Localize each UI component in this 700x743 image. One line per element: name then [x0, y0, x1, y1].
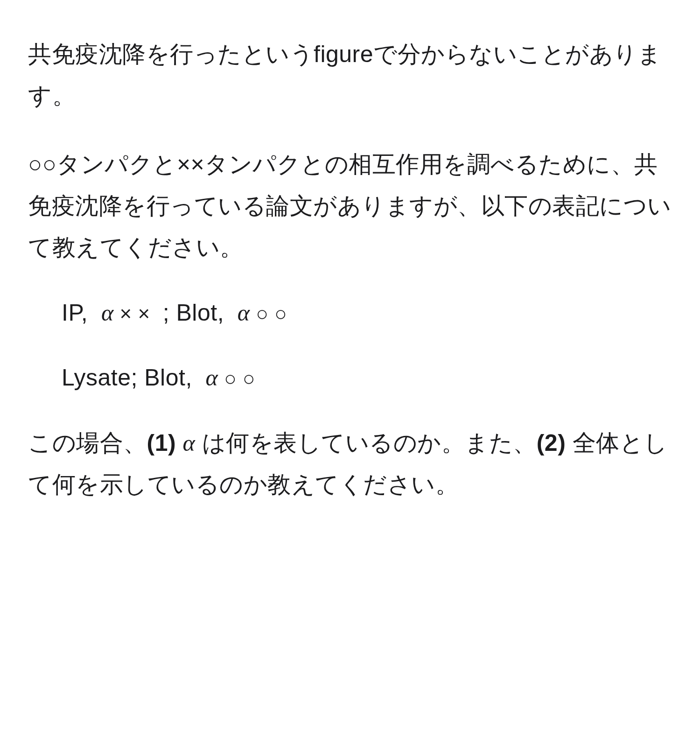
formula2-symbols: ○ ○	[218, 367, 255, 390]
paragraph-1: 共免疫沈降を行ったというfigureで分からないことがあります。	[28, 34, 672, 117]
formula-line-1: IP, α × × ; Blot, α ○ ○	[62, 295, 672, 330]
formula1-symbols1: × ×	[114, 302, 156, 325]
formula2-prefix: Lysate; Blot,	[62, 364, 206, 391]
formula1-mid: ; Blot,	[156, 300, 238, 326]
para3-space1	[176, 430, 182, 456]
paragraph-2: ○○タンパクと××タンパクとの相互作用を調べるために、共免疫沈降を行っている論文…	[28, 144, 672, 268]
alpha-symbol: α	[101, 300, 114, 326]
alpha-symbol: α	[206, 364, 218, 391]
formula-line-2: Lysate; Blot, α ○ ○	[62, 360, 672, 395]
para3-text2: は何を表しているのか。また、	[195, 430, 536, 456]
formula-block: IP, α × × ; Blot, α ○ ○ Lysate; Blot, α …	[28, 295, 672, 395]
formula1-symbols2: ○ ○	[250, 302, 287, 325]
question-label-2: (2)	[537, 430, 566, 456]
para3-text1: この場合、	[28, 430, 147, 456]
paragraph-3: この場合、(1) α は何を表しているのか。また、(2) 全体として何を示してい…	[28, 422, 672, 505]
question-label-1: (1)	[147, 430, 176, 456]
alpha-symbol: α	[183, 430, 196, 456]
alpha-symbol: α	[238, 300, 250, 326]
formula1-prefix: IP,	[62, 300, 101, 326]
